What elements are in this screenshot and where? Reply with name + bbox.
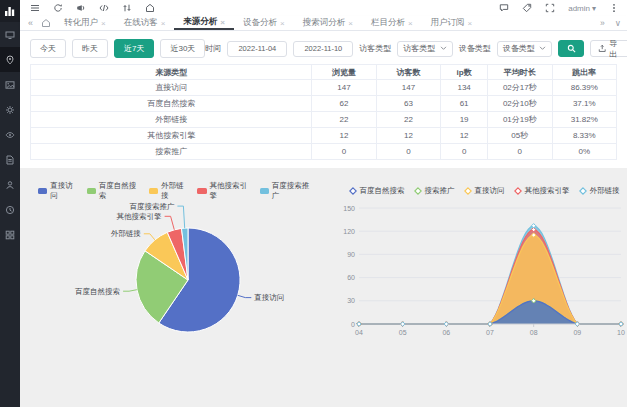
- tabs-collapse-button[interactable]: «: [24, 16, 37, 30]
- pie-legend-item[interactable]: 其他搜索引擎: [197, 181, 250, 201]
- device-type-select[interactable]: 设备类型: [497, 41, 552, 57]
- refresh-icon[interactable]: [53, 3, 63, 13]
- tab-label: 栏目分析: [371, 17, 405, 29]
- legend-diamond-icon: [464, 187, 472, 195]
- tab-2[interactable]: 来源分析×: [174, 16, 234, 30]
- home-outline-icon[interactable]: [145, 3, 155, 13]
- device-type-label: 设备类型: [459, 43, 491, 54]
- sidebar-item-eye-icon[interactable]: [0, 122, 20, 147]
- tab-1[interactable]: 在线访客×: [115, 16, 175, 30]
- main-column: admin▾ « 转化用户×在线访客×来源分析×设备分析×搜索词分析×栏目分析×…: [20, 0, 627, 407]
- area-legend-item[interactable]: 直接访问: [464, 186, 505, 196]
- pie-legend-item[interactable]: 外部链接: [149, 181, 189, 201]
- x-axis-tick-label: 07: [486, 329, 494, 336]
- home-tab-button[interactable]: [37, 16, 55, 30]
- sidebar-item-image-icon[interactable]: [0, 72, 20, 97]
- close-icon[interactable]: ×: [348, 19, 353, 28]
- data-point-marker: [400, 322, 404, 326]
- tabs-scroll-right-button[interactable]: »: [600, 18, 605, 28]
- pie-slice-label: 百度搜索推广: [129, 202, 175, 211]
- pie-legend-item[interactable]: 百度搜索推广: [260, 181, 313, 201]
- pie-legend-item[interactable]: 直接访问: [38, 181, 78, 201]
- close-icon[interactable]: ×: [220, 18, 225, 27]
- table-cell: 外部链接: [31, 112, 312, 128]
- code-icon[interactable]: [99, 3, 109, 13]
- close-icon[interactable]: ×: [468, 19, 473, 28]
- sidebar-item-clock-icon[interactable]: [0, 197, 20, 222]
- menu-icon[interactable]: [30, 3, 40, 13]
- x-axis-tick-label: 06: [442, 329, 450, 336]
- table-cell: 0: [312, 144, 376, 160]
- sidebar-item-monitor-icon[interactable]: [0, 22, 20, 47]
- tabs-dropdown-button[interactable]: ∨: [615, 18, 621, 28]
- pie-label-line: [123, 290, 137, 292]
- visitor-type-select[interactable]: 访客类型: [397, 41, 452, 57]
- area-series-line: [359, 226, 621, 324]
- chat-icon[interactable]: [499, 3, 509, 13]
- sidebar-item-user-icon[interactable]: [0, 172, 20, 197]
- grid-icon: [5, 226, 15, 244]
- sidebar-item-visitor-pin-icon[interactable]: [0, 47, 20, 72]
- user-menu[interactable]: admin▾: [568, 4, 596, 13]
- sidebar-item-grid-icon[interactable]: [0, 222, 20, 247]
- pie-slice-label: 直接访问: [253, 293, 284, 302]
- quick-range-button-0[interactable]: 今天: [30, 39, 66, 58]
- tab-label: 来源分析: [183, 16, 217, 28]
- content-area: 今天昨天近7天近30天 时间 访客类型 访客类型 设备类型 设备类型: [20, 31, 627, 407]
- legend-diamond-icon: [414, 187, 422, 195]
- area-legend-item[interactable]: 百度自然搜索: [349, 186, 405, 196]
- quick-range-button-3[interactable]: 近30天: [160, 39, 205, 58]
- tab-3[interactable]: 设备分析×: [234, 16, 294, 30]
- file-icon: [5, 151, 15, 169]
- area-legend-item[interactable]: 其他搜索引擎: [514, 186, 570, 196]
- date-to-input[interactable]: [293, 41, 353, 57]
- data-point-marker: [619, 322, 623, 326]
- megaphone-icon[interactable]: [76, 3, 86, 13]
- close-icon[interactable]: ×: [408, 19, 413, 28]
- kebab-menu-icon[interactable]: [609, 3, 619, 13]
- quick-range-button-1[interactable]: 昨天: [72, 39, 108, 58]
- table-cell: 31.82%: [552, 112, 616, 128]
- y-axis-tick-label: 90: [347, 251, 355, 258]
- export-icon: [598, 44, 606, 53]
- table-cell: 63: [376, 96, 440, 112]
- tab-5[interactable]: 栏目分析×: [362, 16, 422, 30]
- source-table: 来源类型浏览量访客数ip数平均时长跳出率 直接访问14714713402分17秒…: [30, 64, 617, 160]
- area-legend-item[interactable]: 外部链接: [579, 186, 620, 196]
- sidebar-item-gear-icon[interactable]: [0, 97, 20, 122]
- date-from-input[interactable]: [227, 41, 287, 57]
- legend-swatch: [260, 188, 269, 194]
- area-legend-item[interactable]: 搜索推广: [414, 186, 455, 196]
- y-axis-tick-label: 30: [347, 297, 355, 304]
- tab-4[interactable]: 搜索词分析×: [294, 16, 362, 30]
- quick-range-button-2[interactable]: 近7天: [114, 39, 154, 58]
- data-point-marker: [444, 322, 448, 326]
- search-button[interactable]: [558, 40, 584, 57]
- tab-6[interactable]: 用户订阅×: [422, 16, 482, 30]
- table-cell: 37.1%: [552, 96, 616, 112]
- x-axis-tick-label: 05: [399, 329, 407, 336]
- tab-0[interactable]: 转化用户×: [55, 16, 115, 30]
- table-cell: 01分19秒: [488, 112, 552, 128]
- fullscreen-icon[interactable]: [545, 3, 555, 13]
- sidebar-item-file-icon[interactable]: [0, 147, 20, 172]
- charts-row: 直接访问百度自然搜索外部链接其他搜索引擎百度搜索推广 直接访问百度自然搜索外部链…: [20, 168, 627, 348]
- caret-down-icon: ▾: [592, 4, 596, 13]
- pie-legend-item[interactable]: 百度自然搜索: [87, 181, 140, 201]
- close-icon[interactable]: ×: [101, 19, 106, 28]
- visitor-pin-icon: [5, 51, 15, 69]
- gear-icon: [5, 101, 15, 119]
- table-cell: 8.33%: [552, 128, 616, 144]
- close-icon[interactable]: ×: [161, 19, 166, 28]
- top-toolbar: admin▾: [20, 0, 627, 16]
- chevron-down-icon: [539, 46, 546, 51]
- legend-diamond-icon: [579, 187, 587, 195]
- eye-icon: [5, 126, 15, 144]
- tag-icon[interactable]: [522, 3, 532, 13]
- export-button[interactable]: 导出: [590, 40, 627, 57]
- y-axis-tick-label: 120: [343, 228, 355, 235]
- area-series-line: [359, 301, 621, 324]
- close-icon[interactable]: ×: [280, 19, 285, 28]
- sync-icon[interactable]: [122, 3, 132, 13]
- pie-slice-label: 百度自然搜索: [75, 287, 120, 296]
